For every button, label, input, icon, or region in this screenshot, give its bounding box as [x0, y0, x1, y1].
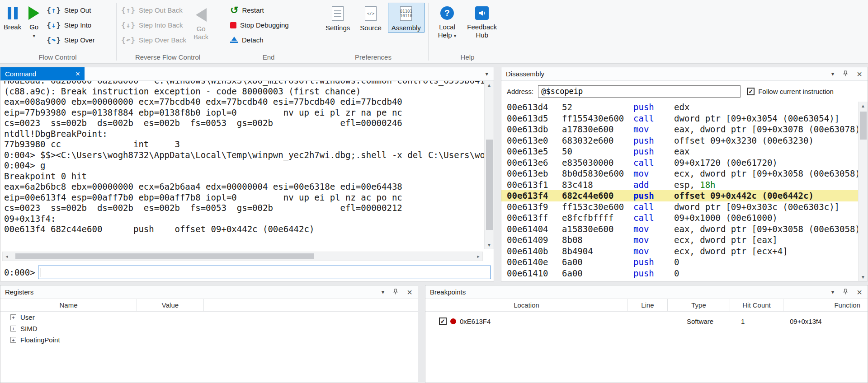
- pin-icon[interactable]: [842, 289, 849, 296]
- pin-icon[interactable]: [842, 70, 849, 78]
- scroll-up-icon[interactable]: ▲: [859, 102, 868, 110]
- checkmark-icon: ✓: [748, 89, 753, 94]
- feedback-hub-button[interactable]: Feedback Hub: [463, 3, 500, 40]
- pin-icon[interactable]: [392, 289, 399, 296]
- settings-button[interactable]: Settings: [322, 3, 354, 33]
- step-into-back-label: Step Into Back: [139, 21, 183, 29]
- disassembly-row[interactable]: 00e6140e6a00push0: [501, 257, 858, 268]
- disassembly-row[interactable]: 00e613ffe8fcfbffffcall09+0x1000 (00e6100…: [501, 212, 858, 224]
- close-icon[interactable]: ×: [75, 70, 80, 77]
- disassembly-row[interactable]: 00e613d5ff155430e600calldword ptr [09+0x…: [501, 113, 858, 124]
- breakpoints-column-hit-count[interactable]: Hit Count: [730, 299, 783, 311]
- go-button[interactable]: Go ▾: [25, 3, 43, 39]
- step-out-back-label: Step Out Back: [139, 6, 183, 14]
- scroll-left-icon[interactable]: ◂: [3, 252, 11, 261]
- disassembly-row[interactable]: 00e61404a15830e600moveax, dword ptr [09+…: [501, 224, 858, 235]
- breakpoints-column-function[interactable]: Function: [783, 299, 868, 311]
- expand-plus-icon[interactable]: +: [10, 314, 16, 320]
- assembly-label: Assembly: [392, 24, 421, 32]
- registers-column-name[interactable]: Name: [0, 299, 137, 311]
- scroll-down-icon[interactable]: ▼: [859, 273, 868, 281]
- breakpoints-column-location[interactable]: Location: [425, 299, 628, 311]
- registers-title: Registers: [5, 288, 33, 296]
- go-back-button[interactable]: Go Back: [190, 3, 212, 42]
- register-group-row[interactable]: +FloatingPoint: [0, 334, 418, 346]
- breakpoint-type: Software: [668, 318, 730, 325]
- disassembly-row[interactable]: 00e613e0683032e600pushoffset 09+0x3230 (…: [501, 135, 858, 146]
- register-group-label: User: [20, 313, 35, 321]
- address-input[interactable]: [538, 85, 741, 98]
- disassembly-rows[interactable]: 00e613d452pushedx00e613d5ff155430e600cal…: [501, 102, 858, 281]
- disassembly-row[interactable]: 00e613eb8b0d5830e600movecx, dword ptr [0…: [501, 168, 858, 179]
- assembly-button[interactable]: 01101 10110 Assembly: [388, 3, 425, 33]
- window-menu-icon[interactable]: ▾: [831, 289, 835, 295]
- group-label-preferences: Preferences: [319, 53, 427, 61]
- command-line: (c88.a9c): Break instruction exception -…: [4, 86, 484, 97]
- disassembly-row[interactable]: 00e613d452pushedx: [501, 102, 858, 113]
- step-over-button[interactable]: {↷} Step Over: [43, 33, 98, 47]
- scrollbar-thumb[interactable]: [15, 253, 314, 259]
- scroll-up-icon[interactable]: ▲: [485, 81, 494, 89]
- step-into-label: Step Into: [64, 21, 91, 29]
- local-help-button[interactable]: ? Local Help ▾: [434, 3, 460, 40]
- disassembly-row[interactable]: 00e6140b8b4904movecx, dword ptr [ecx+4]: [501, 246, 858, 257]
- disassembly-row[interactable]: 00e613e550pusheax: [501, 146, 858, 157]
- disassembly-row[interactable]: 00e613dba17830e600moveax, dword ptr [09+…: [501, 124, 858, 135]
- disassembly-row[interactable]: 00e613f183c418addesp, 18h: [501, 179, 858, 191]
- detach-icon: [230, 37, 238, 44]
- disassembly-row[interactable]: 00e614098b08movecx, dword ptr [eax]: [501, 234, 858, 246]
- stop-debugging-label: Stop Debugging: [240, 21, 289, 29]
- command-vertical-scrollbar[interactable]: ▲ ▼: [484, 81, 494, 249]
- scroll-down-icon[interactable]: ▼: [485, 241, 494, 249]
- break-button[interactable]: Break: [0, 3, 25, 32]
- disassembly-row[interactable]: 00e613e6e835030000call09+0x1720 (00e6172…: [501, 157, 858, 168]
- register-group-row[interactable]: +SIMD: [0, 323, 418, 334]
- scrollbar-thumb[interactable]: [860, 112, 867, 140]
- address-label: Address:: [507, 88, 533, 95]
- disassembly-vertical-scrollbar[interactable]: ▲ ▼: [858, 102, 868, 281]
- window-menu-icon[interactable]: ▾: [831, 71, 835, 77]
- disassembly-row[interactable]: 00e613f9ff153c30e600calldword ptr [09+0x…: [501, 201, 858, 213]
- ribbon-separator: [318, 3, 318, 61]
- expand-plus-icon[interactable]: +: [10, 326, 16, 332]
- stop-debugging-button[interactable]: Stop Debugging: [226, 18, 292, 33]
- step-over-back-button[interactable]: {↶} Step Over Back: [118, 33, 190, 47]
- ribbon-group-help: ? Local Help ▾ Feedback Hub Help: [429, 0, 505, 63]
- register-group-row[interactable]: +User: [0, 312, 418, 323]
- step-into-back-button[interactable]: {↓} Step Into Back: [118, 18, 190, 33]
- expand-plus-icon[interactable]: +: [10, 337, 16, 343]
- breakpoints-column-type[interactable]: Type: [668, 299, 730, 311]
- command-tab[interactable]: Command ×: [0, 67, 85, 80]
- breakpoint-location: 0xE613F4: [460, 318, 491, 325]
- breakpoints-column-line[interactable]: Line: [628, 299, 668, 311]
- window-menu-icon[interactable]: ▾: [382, 289, 385, 295]
- source-button[interactable]: </> Source: [356, 3, 385, 33]
- step-out-back-button[interactable]: {↑} Step Out Back: [118, 3, 190, 18]
- disassembly-title: Disassembly: [506, 70, 544, 78]
- close-icon[interactable]: ×: [857, 289, 862, 295]
- command-input[interactable]: [38, 266, 491, 279]
- detach-button[interactable]: Detach: [226, 33, 292, 47]
- breakpoints-rows[interactable]: ✓0xE613F4Software109+0x13f4: [425, 312, 868, 383]
- step-over-icon: {↷}: [47, 36, 61, 44]
- command-line: 09+0x13f4:: [4, 214, 484, 224]
- registers-rows[interactable]: +User+SIMD+FloatingPoint: [0, 312, 418, 383]
- disassembly-row[interactable]: 00e614106a00push0: [501, 268, 858, 279]
- follow-current-instruction-checkbox[interactable]: ✓: [747, 88, 755, 95]
- breakpoint-enabled-checkbox[interactable]: ✓: [439, 318, 447, 325]
- feedback-hub-label-line1: Feedback: [467, 23, 497, 31]
- close-icon[interactable]: ×: [857, 71, 862, 77]
- scrollbar-thumb[interactable]: [486, 140, 493, 230]
- close-icon[interactable]: ×: [407, 289, 412, 295]
- registers-column-value[interactable]: Value: [137, 299, 204, 311]
- disassembly-row-current[interactable]: 00e613f4682c44e600pushoffset 09+0x442c (…: [501, 190, 858, 201]
- breakpoint-row[interactable]: ✓0xE613F4Software109+0x13f4: [425, 315, 868, 327]
- step-out-button[interactable]: {↑} Step Out: [43, 3, 98, 18]
- command-line: 00e613f4 682c44e600 push offset 09+0x442…: [4, 224, 484, 235]
- command-horizontal-scrollbar[interactable]: ◂ ▸: [2, 252, 483, 261]
- scroll-right-icon[interactable]: ▸: [474, 252, 482, 261]
- restart-button[interactable]: ↺ Restart: [226, 3, 292, 18]
- step-into-button[interactable]: {↓} Step Into: [43, 18, 98, 33]
- command-output[interactable]: ModLoad: 6a2b0000 6a2bd000 C:\Windows\Wi…: [1, 81, 484, 247]
- window-menu-icon[interactable]: ▾: [485, 71, 488, 77]
